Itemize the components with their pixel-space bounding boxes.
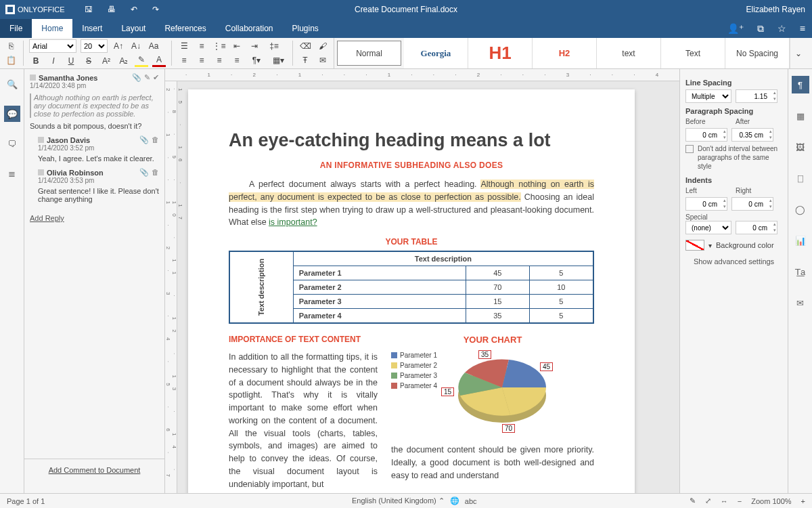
paragraph-1[interactable]: A perfect document always starts with a … — [229, 178, 594, 229]
numbering-icon[interactable]: ≡ — [195, 40, 208, 52]
favorite-icon[interactable]: ☆ — [777, 23, 786, 35]
table-title[interactable]: YOUR TABLE — [229, 237, 594, 247]
font-name-select[interactable]: Arial — [29, 39, 76, 53]
spellcheck-icon[interactable]: abc — [465, 497, 477, 505]
chevron-down-icon[interactable]: ▾ — [708, 242, 712, 249]
comments-icon[interactable]: 💬 — [4, 106, 20, 122]
change-case-icon[interactable]: Aa — [147, 40, 160, 52]
attach-icon[interactable]: 📎 — [139, 135, 149, 144]
mailmerge-settings-icon[interactable]: ✉ — [792, 294, 809, 312]
spacing-before[interactable] — [685, 128, 727, 142]
special-indent-select[interactable]: (none) — [685, 221, 731, 234]
decrease-font-icon[interactable]: A↓ — [129, 40, 143, 52]
delete-icon[interactable]: 🗑 — [152, 135, 159, 144]
doc-subheading[interactable]: AN INFORMATIVE SUBHEADING ALSO DOES — [229, 161, 594, 170]
add-user-icon[interactable]: 👤⁺ — [727, 23, 744, 35]
header-footer-icon[interactable]: ⎕ — [792, 169, 809, 187]
style-h2[interactable]: H2 — [533, 38, 597, 68]
tab-file[interactable]: File — [0, 19, 32, 38]
add-comment-button[interactable]: Add Comment to Document — [49, 466, 141, 474]
styles-expand-icon[interactable]: ⌄ — [790, 38, 806, 68]
line-spacing-mode[interactable]: Multiple — [685, 89, 731, 103]
resolve-icon[interactable]: ✔ — [153, 73, 159, 82]
increase-font-icon[interactable]: A↑ — [112, 40, 125, 52]
edit-icon[interactable]: ✎ — [144, 73, 150, 82]
zoom-out-icon[interactable]: − — [738, 497, 742, 505]
style-normal[interactable]: Normal — [337, 41, 401, 66]
font-size-select[interactable]: 20 — [81, 39, 108, 53]
search-icon[interactable]: 🔍 — [4, 76, 20, 92]
document-table[interactable]: Text description Text description Parame… — [229, 251, 594, 324]
save-icon[interactable]: 🖫 — [85, 5, 93, 14]
tab-layout[interactable]: Layout — [112, 19, 155, 38]
chart-settings-icon[interactable]: 📊 — [792, 232, 809, 249]
attach-icon[interactable]: 📎 — [132, 73, 141, 82]
special-indent-value[interactable] — [736, 221, 777, 234]
paste-icon[interactable]: 📋 — [4, 54, 18, 66]
fit-width-icon[interactable]: ↔ — [721, 497, 728, 505]
table-settings-icon[interactable]: ▦ — [792, 107, 809, 125]
indent-left[interactable] — [685, 197, 727, 211]
style-h1[interactable]: H1 — [468, 38, 533, 68]
tab-insert[interactable]: Insert — [72, 19, 112, 38]
increase-indent-icon[interactable]: ⇥ — [248, 40, 261, 52]
line-spacing-icon[interactable]: ‡≡ — [265, 40, 283, 52]
section-heading[interactable]: IMPORTANCE OF TEXT CONTENT — [229, 335, 378, 344]
style-text[interactable]: Text — [661, 38, 725, 68]
style-text-lc[interactable]: text — [597, 38, 661, 68]
navigation-icon[interactable]: ≣ — [4, 165, 20, 182]
copy-style-icon[interactable]: 🖌 — [316, 40, 330, 52]
style-georgia[interactable]: Georgia — [404, 38, 468, 68]
align-center-icon[interactable]: ≡ — [195, 54, 208, 66]
chart[interactable]: Parameter 1 Parameter 2 Parameter 3 Para… — [391, 350, 594, 438]
indent-right[interactable] — [731, 197, 773, 211]
insert-textart-icon[interactable]: Ŧ — [298, 54, 312, 66]
doc-heading[interactable]: An eye-catching heading means a lot — [229, 130, 594, 151]
font-color-icon[interactable]: A — [152, 55, 166, 67]
shading-icon[interactable]: ▦▾ — [269, 54, 287, 66]
align-justify-icon[interactable]: ≡ — [230, 54, 244, 66]
paragraph-2[interactable]: In addition to all the formatting tips, … — [229, 351, 378, 490]
hyperlink[interactable]: is important? — [269, 217, 317, 227]
user-name[interactable]: Elizabeth Rayen — [746, 5, 805, 14]
bullets-icon[interactable]: ☰ — [177, 40, 191, 52]
delete-icon[interactable]: 🗑 — [152, 168, 159, 177]
tab-collaboration[interactable]: Collaboration — [216, 19, 283, 38]
fit-page-icon[interactable]: ⤢ — [705, 496, 711, 505]
print-icon[interactable]: 🖶 — [108, 5, 116, 14]
more-icon[interactable]: ≡ — [800, 23, 805, 35]
page-count[interactable]: Page 1 of 1 — [7, 497, 45, 505]
spacing-after[interactable] — [731, 128, 773, 142]
line-spacing-value[interactable] — [736, 89, 777, 103]
chat-icon[interactable]: 🗨 — [4, 135, 20, 152]
vertical-ruler[interactable]: 2 · 1 · · 1 · 2 · 3 · 4 · 5 · 6 · 7 · 8 … — [165, 81, 177, 493]
align-right-icon[interactable]: ≡ — [212, 54, 226, 66]
attach-icon[interactable]: 📎 — [139, 168, 149, 177]
textart-settings-icon[interactable]: T͟a — [792, 263, 809, 280]
mailmerge-icon[interactable]: ✉ — [316, 54, 330, 66]
bg-color-swatch[interactable] — [685, 240, 704, 251]
tab-references[interactable]: References — [155, 19, 215, 38]
clear-style-icon[interactable]: ⌫ — [298, 40, 312, 52]
paragraph-settings-icon[interactable]: ¶ — [792, 76, 809, 93]
subscript-icon[interactable]: A₂ — [117, 55, 131, 67]
no-interval-checkbox[interactable]: Don't add interval between paragraphs of… — [685, 144, 782, 171]
strike-icon[interactable]: S — [82, 55, 95, 67]
undo-icon[interactable]: ↶ — [131, 5, 137, 14]
tab-home[interactable]: Home — [32, 19, 72, 38]
multilevel-icon[interactable]: ⋮≡ — [212, 40, 226, 52]
zoom-level[interactable]: Zoom 100% — [751, 497, 791, 505]
bold-icon[interactable]: B — [29, 55, 43, 67]
copy-icon[interactable]: ⎘ — [4, 40, 18, 52]
horizontal-ruler[interactable]: · 1 · 2 · 1 · · · 1 · · · 2 · · · 3 · · … — [165, 69, 679, 81]
paragraph-3[interactable]: the document content should be given mor… — [391, 444, 594, 482]
spellcheck-icon[interactable]: 🌐 — [450, 496, 459, 505]
language-button[interactable]: English (United Kingdom) ⌃ — [352, 496, 445, 505]
decrease-indent-icon[interactable]: ⇤ — [230, 40, 244, 52]
highlight-icon[interactable]: ✎ — [135, 55, 148, 67]
open-location-icon[interactable]: ⧉ — [757, 23, 764, 35]
add-reply-button[interactable]: Add Reply — [30, 214, 64, 222]
superscript-icon[interactable]: A² — [99, 55, 113, 67]
chart-title[interactable]: YOUR CHART — [391, 335, 594, 345]
align-left-icon[interactable]: ≡ — [177, 54, 191, 66]
